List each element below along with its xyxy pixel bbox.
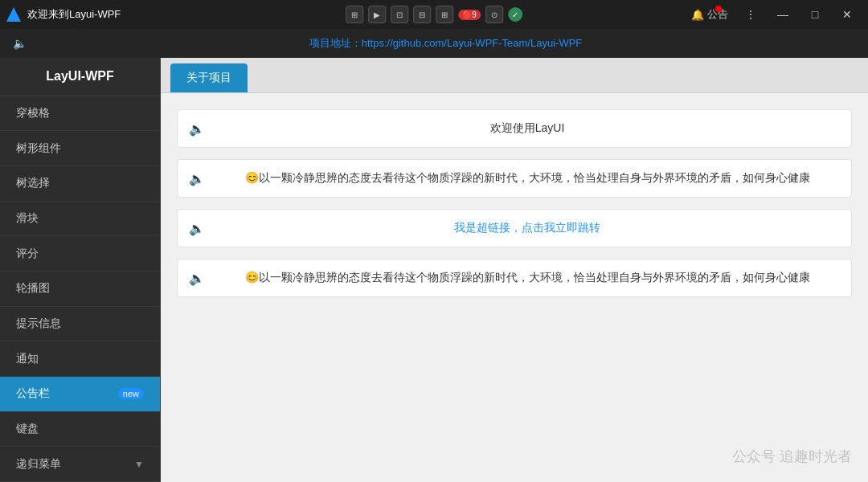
title-bar: 欢迎来到Layui-WPF ⊞ ▶ ⊡ ⊟ ⊞ 🔴9 ⊙ ✓ 🔔 公告 ⋮ — … [0, 0, 868, 29]
sidebar-item-pingfen[interactable]: 评分 [0, 236, 160, 272]
sidebar-item-tongzhi[interactable]: 通知 [0, 341, 160, 377]
main-layout: LayUI-WPF 穿梭格 树形组件 树选择 滑块 评分 轮播图 提示信息 通知… [0, 58, 868, 482]
sidebar-item-label: 树选择 [16, 176, 50, 190]
toolbar-btn-3[interactable]: ⊡ [391, 6, 408, 23]
project-url-label: 项目地址： [309, 37, 362, 49]
toolbar-btn-2[interactable]: ▶ [368, 6, 386, 23]
sidebar-item-label: 公告栏 [16, 386, 50, 401]
notice-dot [715, 6, 722, 12]
notice-row-1: 🔈 欢迎使用LayUI [177, 109, 852, 148]
sidebar-badge-new: new [118, 388, 144, 399]
tab-bar: 关于项目 [161, 58, 868, 93]
sidebar-item-huakuai[interactable]: 滑块 [0, 202, 160, 237]
sidebar-item-label: 提示信息 [16, 317, 61, 331]
emoji-icon-2: 😊 [245, 171, 259, 184]
sidebar-item-dijumenu[interactable]: 递归菜单 ▼ [0, 447, 160, 482]
sidebar-item-label: 评分 [16, 247, 39, 261]
sidebar-item-label: 键盘 [16, 422, 39, 436]
content-body: 🔈 欢迎使用LayUI 🔈 😊以一颗冷静思辨的态度去看待这个物质浮躁的新时代，大… [161, 93, 868, 482]
toolbar-btn-4[interactable]: ⊟ [413, 6, 431, 23]
sidebar-item-label: 滑块 [16, 211, 39, 226]
badge-red: 🔴9 [458, 10, 481, 20]
content-area: 关于项目 🔈 欢迎使用LayUI 🔈 😊以一颗冷静思辨的态度去看待这个物质浮躁的… [161, 58, 868, 482]
notice-row-2: 🔈 😊以一颗冷静思辨的态度去看待这个物质浮躁的新时代，大环境，恰当处理自身与外界… [177, 159, 852, 198]
toolbar-btn-5[interactable]: ⊞ [436, 6, 453, 23]
sidebar-item-label: 递归菜单 [16, 457, 61, 472]
sidebar-item-jianpan[interactable]: 键盘 [0, 412, 160, 447]
toolbar-btn-6[interactable]: ⊙ [485, 6, 503, 23]
emoji-icon-4: 😊 [245, 271, 259, 284]
maximize-button[interactable]: □ [800, 3, 829, 26]
sidebar-item-label: 树形组件 [16, 141, 61, 156]
notice-text-1: 欢迎使用LayUI [215, 121, 840, 136]
tab-guanyu[interactable]: 关于项目 [170, 63, 248, 92]
sidebar-item-chuankelge[interactable]: 穿梭格 [0, 96, 160, 132]
volume-icon-4[interactable]: 🔈 [189, 271, 205, 286]
volume-icon-3[interactable]: 🔈 [189, 221, 205, 236]
more-button[interactable]: ⋮ [736, 3, 765, 26]
notice-text-3[interactable]: 我是超链接，点击我立即跳转 [215, 221, 840, 235]
title-bar-left: 欢迎来到Layui-WPF [6, 7, 121, 22]
title-bar-right: 🔔 公告 ⋮ — □ ✕ [686, 3, 862, 26]
sidebar-item-label: 通知 [16, 352, 39, 366]
sidebar-item-lunbotu[interactable]: 轮播图 [0, 272, 160, 307]
project-url-link[interactable]: https://github.com/Layui-WPF-Team/Layui-… [362, 37, 583, 49]
app-title: 欢迎来到Layui-WPF [27, 7, 121, 22]
sidebar-item-tishixinxi[interactable]: 提示信息 [0, 307, 160, 342]
notice-icon: 🔔 [691, 9, 704, 21]
chevron-down-icon: ▼ [134, 459, 144, 470]
notice-row-4: 🔈 😊以一颗冷静思辨的态度去看待这个物质浮躁的新时代，大环境，恰当处理自身与外界… [177, 259, 852, 297]
sidebar-item-label: 穿梭格 [16, 106, 50, 120]
sidebar-item-label: 轮播图 [16, 281, 50, 296]
minimize-button[interactable]: — [768, 3, 797, 26]
app-logo-icon [6, 7, 21, 22]
volume-icon-2[interactable]: 🔈 [189, 171, 205, 186]
notice-button[interactable]: 🔔 公告 [686, 6, 733, 23]
toolbar-center: ⊞ ▶ ⊡ ⊟ ⊞ 🔴9 ⊙ ✓ [346, 6, 522, 23]
notice-row-3: 🔈 我是超链接，点击我立即跳转 [177, 209, 852, 247]
sub-header: 🔈 项目地址：https://github.com/Layui-WPF-Team… [0, 29, 868, 58]
notice-text-4: 😊以一颗冷静思辨的态度去看待这个物质浮躁的新时代，大环境，恰当处理自身与外界环境… [215, 271, 840, 285]
notice-text-2: 😊以一颗冷静思辨的态度去看待这个物质浮躁的新时代，大环境，恰当处理自身与外界环境… [215, 171, 840, 186]
sidebar: LayUI-WPF 穿梭格 树形组件 树选择 滑块 评分 轮播图 提示信息 通知… [0, 58, 161, 482]
toolbar-btn-1[interactable]: ⊞ [346, 6, 363, 23]
tab-label: 关于项目 [186, 71, 231, 85]
sidebar-item-gonggaoban[interactable]: 公告栏 new [0, 377, 160, 412]
project-url-bar: 项目地址：https://github.com/Layui-WPF-Team/L… [36, 36, 855, 51]
sidebar-title: LayUI-WPF [0, 58, 160, 96]
sidebar-item-shuxingzujian[interactable]: 树形组件 [0, 131, 160, 166]
sidebar-item-shuxuanze[interactable]: 树选择 [0, 166, 160, 202]
badge-green: ✓ [508, 7, 522, 22]
volume-icon: 🔈 [13, 37, 27, 50]
close-button[interactable]: ✕ [833, 3, 862, 26]
volume-icon-1[interactable]: 🔈 [189, 121, 205, 137]
